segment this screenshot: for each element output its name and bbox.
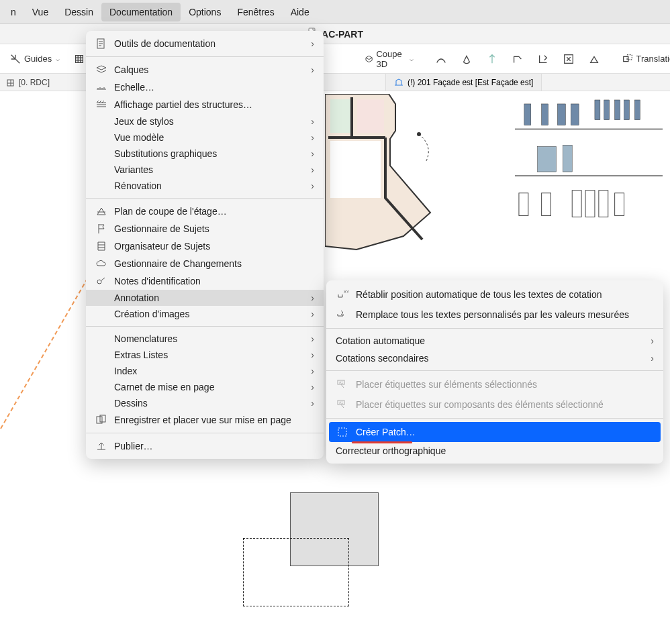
chevron-right-icon: › bbox=[311, 366, 314, 376]
menu-label: Dessins bbox=[114, 398, 148, 409]
menu-item-vue[interactable]: Vue bbox=[24, 3, 56, 21]
submenu-secondary-dimensions[interactable]: Cotations secondaires › bbox=[326, 350, 663, 367]
tab-facade[interactable]: (!) 201 Façade est [Est Façade est] bbox=[385, 74, 542, 91]
menu-label: Vue modèle bbox=[114, 132, 164, 143]
submenu-restore-auto-pos[interactable]: XY Rétablir position automatique de tous… bbox=[326, 284, 663, 305]
menu-label: Substitutions graphiques bbox=[114, 148, 217, 159]
coupe3d-label: Coupe 3D bbox=[376, 49, 405, 69]
submenu-replace-custom-text[interactable]: Remplace tous les textes personnalisés p… bbox=[326, 305, 663, 325]
tool-6[interactable] bbox=[557, 50, 580, 68]
chevron-right-icon: › bbox=[651, 335, 654, 346]
submenu-label: Rétablir position automatique de tous le… bbox=[356, 289, 602, 300]
menu-renovation[interactable]: Rénovation › bbox=[86, 178, 324, 194]
menu-label: Rénovation bbox=[114, 180, 162, 191]
submenu-label: Placer étiquettes sur composants des élé… bbox=[356, 399, 604, 410]
tool-2[interactable] bbox=[455, 50, 478, 68]
svg-rect-18 bbox=[615, 100, 620, 120]
menu-label: Organisateur de Sujets bbox=[114, 241, 210, 252]
menu-item-options[interactable]: Options bbox=[181, 3, 229, 21]
menu-item-aide[interactable]: Aide bbox=[283, 3, 318, 21]
menu-item-dessin[interactable]: Dessin bbox=[56, 3, 101, 21]
svg-text:A1: A1 bbox=[339, 400, 343, 405]
menu-item-documentation[interactable]: Documentation bbox=[101, 3, 181, 21]
menu-id-notes[interactable]: Notes d'identification bbox=[86, 272, 324, 290]
tool-7[interactable] bbox=[583, 50, 606, 68]
menu-model-view[interactable]: Vue modèle › bbox=[86, 129, 324, 146]
menu-separator bbox=[86, 56, 324, 57]
menu-annotation[interactable]: Annotation › bbox=[86, 290, 324, 306]
menu-image-creation[interactable]: Création d'images › bbox=[86, 306, 324, 322]
menu-item-n[interactable]: n bbox=[3, 3, 24, 21]
svg-rect-23 bbox=[519, 193, 528, 216]
tab-facade-label: (!) 201 Façade est [Est Façade est] bbox=[408, 78, 533, 87]
menu-doc-tools[interactable]: Outils de documentation › bbox=[86, 35, 324, 52]
tab-rdc[interactable]: [0. RDC] bbox=[0, 74, 56, 91]
menu-label: Gestionnaire de Sujets bbox=[114, 223, 209, 234]
chevron-right-icon: › bbox=[311, 64, 314, 75]
submenu-separator bbox=[326, 370, 663, 371]
guides-button[interactable]: Guides ⌵ bbox=[4, 50, 65, 68]
submenu-spell-check[interactable]: Correcteur orthographique bbox=[326, 442, 663, 460]
chevron-right-icon: › bbox=[311, 164, 314, 175]
submenu-auto-dimension[interactable]: Cotation automatique › bbox=[326, 332, 663, 350]
menu-schedules[interactable]: Nomenclatures › bbox=[86, 331, 324, 347]
translation-button[interactable]: Translation ⌵ bbox=[616, 50, 670, 68]
menu-label: Publier… bbox=[114, 441, 153, 451]
menu-scale[interactable]: Echelle… bbox=[86, 78, 324, 96]
svg-rect-22 bbox=[563, 145, 572, 172]
chevron-right-icon: › bbox=[651, 353, 654, 364]
menu-label: Annotation bbox=[114, 292, 159, 303]
menu-item-fenetres[interactable]: Fenêtres bbox=[229, 3, 282, 21]
menu-label: Echelle… bbox=[114, 82, 154, 93]
partial-icon bbox=[95, 99, 107, 111]
selection-marquee[interactable] bbox=[243, 538, 349, 606]
caret-icon: ⌵ bbox=[56, 55, 60, 62]
menu-layers[interactable]: Calques › bbox=[86, 61, 324, 78]
chevron-right-icon: › bbox=[311, 382, 314, 392]
menu-save-place-view[interactable]: Enregistrer et placer vue sur mise en pa… bbox=[86, 411, 324, 429]
coupe3d-button[interactable]: Coupe 3D ⌵ bbox=[359, 46, 418, 72]
annotation-submenu: XY Rétablir position automatique de tous… bbox=[326, 280, 663, 464]
tool-5[interactable] bbox=[532, 50, 555, 68]
menu-label: Index bbox=[114, 366, 137, 376]
submenu-label: Remplace tous les textes personnalisés p… bbox=[356, 309, 629, 320]
menu-issue-organizer[interactable]: Organisateur de Sujets bbox=[86, 237, 324, 255]
menu-partial-display[interactable]: Affichage partiel des structures… bbox=[86, 96, 324, 113]
menu-floor-cut-plane[interactable]: Plan de coupe de l'étage… bbox=[86, 203, 324, 220]
tool-3[interactable] bbox=[481, 50, 504, 68]
svg-rect-28 bbox=[615, 193, 624, 216]
submenu-separator bbox=[326, 418, 663, 419]
restore-icon: XY bbox=[336, 288, 349, 301]
menu-issue-manager[interactable]: Gestionnaire de Sujets bbox=[86, 220, 324, 237]
menu-label: Affichage partiel des structures… bbox=[114, 99, 252, 110]
tab-rdc-label: [0. RDC] bbox=[19, 78, 50, 87]
menu-graphic-overrides[interactable]: Substitutions graphiques › bbox=[86, 146, 324, 162]
window-title: AC-PART bbox=[322, 29, 363, 40]
chevron-right-icon: › bbox=[311, 180, 314, 191]
translation-label: Translation bbox=[636, 54, 670, 64]
submenu-label-components: A1 Placer étiquettes sur composants des … bbox=[326, 394, 663, 415]
svg-rect-13 bbox=[542, 104, 548, 125]
menu-change-manager[interactable]: Gestionnaire de Changements bbox=[86, 255, 324, 272]
svg-rect-17 bbox=[604, 100, 610, 120]
menu-list-extras[interactable]: Extras Listes › bbox=[86, 347, 324, 363]
svg-rect-16 bbox=[595, 100, 600, 120]
cutplane-icon bbox=[95, 205, 107, 217]
tool-4[interactable] bbox=[506, 50, 529, 68]
menu-variants[interactable]: Variantes › bbox=[86, 162, 324, 178]
guides-label: Guides bbox=[24, 54, 52, 64]
flag-icon bbox=[95, 223, 107, 235]
menu-index[interactable]: Index › bbox=[86, 363, 324, 379]
layers-icon bbox=[95, 64, 107, 76]
submenu-create-patch[interactable]: Créer Patch… bbox=[329, 422, 661, 442]
menu-label: Extras Listes bbox=[114, 350, 168, 360]
menu-drawings[interactable]: Dessins › bbox=[86, 395, 324, 411]
menu-label: Outils de documentation bbox=[114, 38, 216, 49]
tool-1[interactable] bbox=[430, 50, 452, 68]
svg-point-30 bbox=[97, 280, 101, 284]
menu-pen-sets[interactable]: Jeux de stylos › bbox=[86, 113, 324, 129]
menu-label: Jeux de stylos bbox=[114, 116, 174, 127]
menu-layout-book[interactable]: Carnet de mise en page › bbox=[86, 379, 324, 395]
menu-publish[interactable]: Publier… bbox=[86, 437, 324, 455]
scale-icon bbox=[95, 81, 107, 93]
